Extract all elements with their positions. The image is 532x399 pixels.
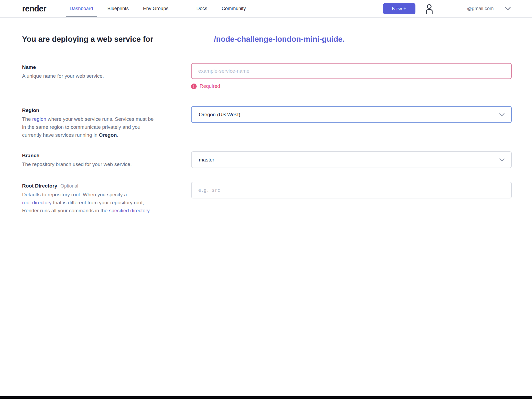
account-email: @gmail.com: [467, 6, 494, 11]
region-label: Region: [22, 107, 175, 114]
user-profile-icon[interactable]: [424, 3, 435, 14]
deploy-form: You are deploying a web service for /nod…: [0, 34, 532, 215]
top-nav: render Dashboard Blueprints Env Groups D…: [0, 0, 532, 18]
inline-link[interactable]: region: [32, 116, 46, 122]
description-text: The: [22, 116, 32, 122]
nav-item-blueprints-label: Blueprints: [108, 6, 129, 11]
description-text: currently have services running in: [22, 132, 99, 138]
region-select-value: Oregon (US West): [199, 112, 240, 118]
name-description: A unique name for your web service.: [22, 72, 175, 80]
nav-item-community[interactable]: Community: [222, 0, 246, 17]
branch-field-control: master: [191, 151, 512, 168]
branch-field-row: Branch The repository branch used for yo…: [22, 151, 512, 168]
nav-item-dashboard[interactable]: Dashboard: [69, 0, 93, 17]
name-field-info: Name A unique name for your web service.: [22, 63, 191, 80]
primary-nav: Dashboard Blueprints Env Groups Docs Com…: [69, 0, 260, 17]
branch-description: The repository branch used for your web …: [22, 160, 175, 168]
name-error-text: Required: [200, 83, 220, 89]
description-text: Defaults to repository root. When you sp…: [22, 192, 127, 197]
chevron-down-icon: [505, 7, 511, 10]
inline-link[interactable]: root directory: [22, 200, 52, 205]
inline-link[interactable]: specified directory: [109, 208, 150, 213]
account-menu[interactable]: @gmail.com: [467, 6, 511, 11]
page-title-prefix: You are deploying a web service for: [22, 34, 153, 44]
error-icon: [191, 84, 197, 89]
description-text: .: [117, 132, 118, 138]
branch-select[interactable]: master: [191, 151, 512, 168]
region-field-control: Oregon (US West): [191, 106, 512, 123]
nav-right-cluster: New + @gmail.com: [383, 3, 511, 14]
page-title: You are deploying a web service for /nod…: [22, 34, 512, 44]
root-directory-optional-tag: Optional: [60, 183, 78, 189]
branch-field-info: Branch The repository branch used for yo…: [22, 151, 191, 168]
nav-item-env-groups-label: Env Groups: [143, 6, 168, 11]
name-field-control: Required: [191, 63, 512, 89]
nav-item-docs[interactable]: Docs: [196, 0, 207, 17]
render-logo[interactable]: render: [22, 4, 46, 14]
root-directory-label: Root Directory: [22, 183, 57, 189]
region-field-row: Region The region where your web service…: [22, 106, 512, 139]
branch-label: Branch: [22, 152, 175, 159]
root-directory-field-info: Root Directory Optional Defaults to repo…: [22, 182, 191, 215]
description-text: that is different from your repository r…: [52, 200, 144, 205]
redacted-owner-name: [153, 41, 214, 42]
description-text: where your web service runs. Services mu…: [46, 116, 154, 122]
region-select[interactable]: Oregon (US West): [191, 106, 512, 123]
nav-item-blueprints[interactable]: Blueprints: [108, 0, 129, 17]
bottom-edge-bar: [0, 396, 532, 399]
region-description: The region where your web service runs. …: [22, 115, 175, 139]
name-error: Required: [191, 83, 512, 89]
chevron-down-icon: [499, 158, 505, 161]
name-label: Name: [22, 64, 175, 70]
root-directory-input[interactable]: [191, 182, 512, 198]
description-text: in the same region to communicate privat…: [22, 124, 141, 130]
name-input[interactable]: [191, 63, 512, 79]
region-field-info: Region The region where your web service…: [22, 106, 191, 139]
nav-item-docs-label: Docs: [196, 6, 207, 11]
name-field-row: Name A unique name for your web service.…: [22, 63, 512, 89]
chevron-down-icon: [499, 113, 505, 116]
root-directory-label-row: Root Directory Optional: [22, 183, 175, 189]
root-directory-field-control: [191, 182, 512, 198]
branch-select-value: master: [199, 157, 214, 163]
nav-item-community-label: Community: [222, 6, 246, 11]
description-text: Render runs all your commands in the: [22, 208, 109, 213]
person-icon: [424, 3, 435, 14]
nav-item-dashboard-label: Dashboard: [69, 6, 93, 11]
repo-link[interactable]: /node-challenge-london-mini-guide.: [214, 34, 345, 44]
root-directory-description: Defaults to repository root. When you sp…: [22, 191, 175, 215]
nav-item-env-groups[interactable]: Env Groups: [143, 0, 168, 17]
root-directory-field-row: Root Directory Optional Defaults to repo…: [22, 182, 512, 215]
nav-divider: [183, 4, 183, 14]
render-deploy-page: render Dashboard Blueprints Env Groups D…: [0, 0, 532, 399]
description-text: Oregon: [99, 132, 117, 138]
new-button[interactable]: New +: [383, 3, 415, 14]
